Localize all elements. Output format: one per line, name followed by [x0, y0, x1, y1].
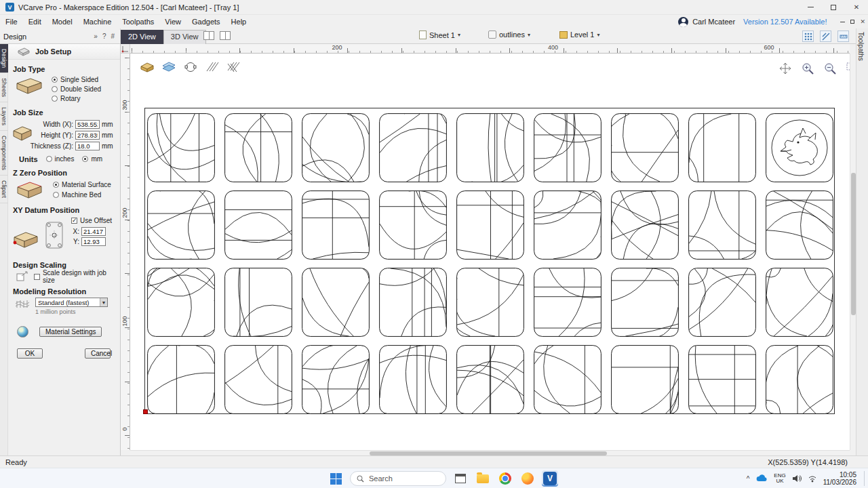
- app-window-button[interactable]: [452, 470, 469, 487]
- design-tile[interactable]: [534, 345, 601, 414]
- design-tile[interactable]: [302, 345, 370, 414]
- menu-gadgets[interactable]: Gadgets: [186, 16, 226, 27]
- network-icon[interactable]: [808, 474, 817, 483]
- design-tile[interactable]: [456, 345, 524, 414]
- design-tile[interactable]: [379, 190, 447, 260]
- user-avatar[interactable]: [678, 17, 688, 27]
- material-settings-button[interactable]: Material Settings: [39, 327, 102, 337]
- tab-3d-view[interactable]: 3D View: [163, 30, 206, 44]
- use-offset-checkbox[interactable]: Use Offset: [71, 216, 112, 225]
- vcarve-taskbar-button[interactable]: V: [542, 470, 558, 487]
- ok-button[interactable]: OK: [17, 348, 43, 359]
- file-explorer-button[interactable]: [475, 470, 491, 487]
- menu-toolpaths[interactable]: Toolpaths: [117, 16, 159, 27]
- height-input[interactable]: [75, 131, 100, 140]
- design-tile-dragon[interactable]: [766, 113, 833, 182]
- cancel-button[interactable]: Cancel: [85, 348, 111, 359]
- firefox-button[interactable]: [519, 470, 536, 487]
- radio-single-sided[interactable]: Single Sided: [52, 75, 101, 84]
- tile-view-icon[interactable]: [220, 31, 231, 40]
- datum-position-diagram[interactable]: [43, 220, 65, 251]
- zoom-out-icon[interactable]: [822, 61, 838, 76]
- design-tile[interactable]: [302, 190, 370, 260]
- sidebar-tab-clipart[interactable]: Clipart: [0, 176, 8, 203]
- level-selector[interactable]: Level 1 ▾: [559, 30, 600, 39]
- ruler-toggle-icon[interactable]: [837, 30, 849, 42]
- thickness-input[interactable]: [75, 142, 100, 150]
- sidebar-tab-toolpaths[interactable]: Toolpaths: [856, 28, 865, 66]
- vertical-scrollbar[interactable]: [850, 54, 856, 450]
- start-button[interactable]: [328, 470, 344, 487]
- chrome-button[interactable]: [497, 470, 513, 487]
- horizontal-scrollbar[interactable]: [130, 450, 850, 455]
- resolution-select[interactable]: Standard (fastest) ▼: [35, 298, 108, 307]
- design-tile[interactable]: [534, 268, 601, 337]
- maximize-button[interactable]: [822, 0, 845, 15]
- sidebar-tab-sheets[interactable]: Sheets: [0, 73, 8, 102]
- radio-double-sided[interactable]: Double Sided: [52, 85, 101, 94]
- menu-file[interactable]: File: [0, 16, 23, 27]
- design-tile[interactable]: [688, 113, 756, 182]
- tab-2d-view[interactable]: 2D View: [121, 30, 163, 44]
- scale-design-checkbox[interactable]: Scale design with job size: [34, 272, 120, 281]
- version-update-link[interactable]: Version 12.507 Available!: [743, 18, 827, 26]
- design-tile[interactable]: [147, 190, 215, 260]
- radio-machine-bed[interactable]: Machine Bed: [53, 190, 111, 199]
- menu-edit[interactable]: Edit: [23, 16, 47, 27]
- radio-rotary[interactable]: Rotary: [52, 94, 101, 103]
- design-tile[interactable]: [224, 345, 292, 414]
- design-tile[interactable]: [534, 190, 601, 260]
- doc-minimize-icon[interactable]: [840, 22, 845, 22]
- menu-help[interactable]: Help: [226, 16, 252, 27]
- design-canvas[interactable]: [130, 54, 850, 450]
- design-tile[interactable]: [766, 190, 833, 260]
- radio-material-surface[interactable]: Material Surface: [53, 180, 111, 189]
- y-offset-input[interactable]: [81, 237, 106, 246]
- close-button[interactable]: ✕: [845, 0, 868, 15]
- design-tile[interactable]: [224, 190, 292, 260]
- pin-icon[interactable]: »: [94, 33, 98, 40]
- show-desktop-button[interactable]: [864, 471, 865, 486]
- design-tile[interactable]: [302, 113, 370, 182]
- account-name[interactable]: Carl Mcateer: [692, 18, 735, 26]
- dock-icon[interactable]: #: [111, 33, 115, 40]
- design-tile[interactable]: [379, 113, 447, 182]
- doc-restore-icon[interactable]: [850, 20, 854, 24]
- doc-close-icon[interactable]: ✕: [860, 18, 865, 25]
- hatch-lines-icon[interactable]: [204, 60, 220, 75]
- volume-icon[interactable]: [792, 474, 802, 483]
- design-tile[interactable]: [456, 113, 524, 182]
- snap-grid-icon[interactable]: [802, 30, 814, 42]
- design-tile[interactable]: [456, 190, 524, 260]
- design-tile[interactable]: [688, 190, 756, 260]
- design-tile[interactable]: [688, 268, 756, 337]
- design-tile[interactable]: [611, 190, 679, 260]
- width-input[interactable]: [75, 120, 100, 129]
- design-tile[interactable]: [456, 268, 524, 337]
- layers-stack-icon[interactable]: [161, 60, 177, 75]
- design-tile[interactable]: [147, 113, 215, 182]
- language-indicator[interactable]: ENG UK: [774, 473, 785, 484]
- sheet-selector[interactable]: Sheet 1 ▾: [419, 30, 460, 39]
- layer-selector[interactable]: outlines ▾: [488, 30, 530, 39]
- sidebar-tab-components[interactable]: Components: [0, 131, 8, 176]
- crosshatch-lines-icon[interactable]: [226, 60, 242, 75]
- help-icon[interactable]: ?: [102, 33, 106, 40]
- design-tile[interactable]: [766, 345, 833, 414]
- tray-chevron-icon[interactable]: ^: [747, 475, 750, 483]
- design-tile[interactable]: [147, 345, 215, 414]
- radio-inches[interactable]: inches: [46, 155, 75, 163]
- taskbar-search[interactable]: Search: [350, 471, 446, 486]
- menu-model[interactable]: Model: [47, 16, 78, 27]
- radio-mm[interactable]: mm: [82, 155, 102, 163]
- sidebar-tab-design[interactable]: Design: [0, 44, 8, 73]
- design-tile[interactable]: [534, 113, 601, 182]
- snap-guides-icon[interactable]: [820, 30, 831, 42]
- zoom-in-icon[interactable]: [800, 61, 816, 76]
- x-offset-input[interactable]: [81, 227, 106, 236]
- sidebar-tab-layers[interactable]: Layers: [0, 102, 8, 131]
- cloud-icon[interactable]: [755, 474, 768, 483]
- design-tile[interactable]: [688, 345, 756, 414]
- design-tile[interactable]: [379, 345, 447, 414]
- design-tile[interactable]: [766, 268, 833, 337]
